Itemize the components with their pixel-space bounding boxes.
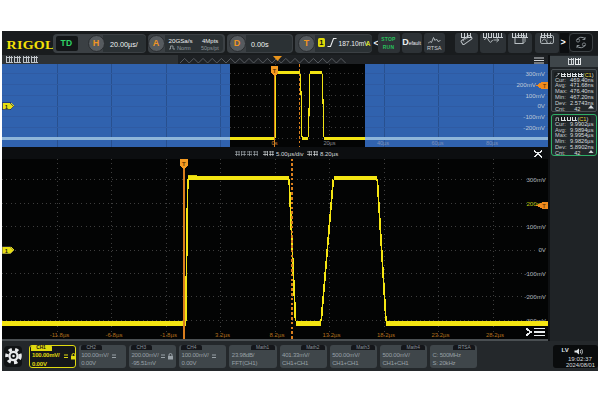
svg-text:20µs: 20µs xyxy=(323,140,335,146)
svg-text:300mV: 300mV xyxy=(525,70,545,77)
svg-text:200mV: 200mV xyxy=(516,81,536,88)
svg-text:-100mV: -100mV xyxy=(523,113,546,120)
svg-text:5.00µs/div: 5.00µs/div xyxy=(276,151,303,157)
svg-text:T: T xyxy=(182,161,186,167)
svg-text:-1.8µs: -1.8µs xyxy=(160,332,177,338)
svg-text:28.2µs: 28.2µs xyxy=(486,332,504,338)
svg-text:-200mV: -200mV xyxy=(524,293,547,300)
svg-text:0V: 0V xyxy=(537,102,545,109)
svg-text:18.2µs: 18.2µs xyxy=(377,332,395,338)
svg-text:T: T xyxy=(543,203,546,209)
svg-text:8.2µs: 8.2µs xyxy=(270,332,285,338)
svg-text:13.2µs: 13.2µs xyxy=(322,332,340,338)
svg-text:3.2µs: 3.2µs xyxy=(215,332,230,338)
svg-text:8.20µs: 8.20µs xyxy=(320,151,338,157)
svg-text:-100mV: -100mV xyxy=(524,270,547,277)
svg-text:300mV: 300mV xyxy=(526,176,546,183)
svg-text:-11.8µs: -11.8µs xyxy=(50,332,70,338)
svg-text:60µs: 60µs xyxy=(431,140,443,146)
svg-text:23.2µs: 23.2µs xyxy=(431,332,449,338)
svg-text:-200mV: -200mV xyxy=(523,124,546,131)
svg-text:0V: 0V xyxy=(538,246,546,253)
svg-text:-6.8µs: -6.8µs xyxy=(106,332,123,338)
svg-text:100mV: 100mV xyxy=(525,92,545,99)
svg-text:100mV: 100mV xyxy=(526,223,546,230)
svg-text:T: T xyxy=(543,83,546,89)
svg-text:40µs: 40µs xyxy=(377,140,389,146)
svg-text:80µs: 80µs xyxy=(486,140,498,146)
